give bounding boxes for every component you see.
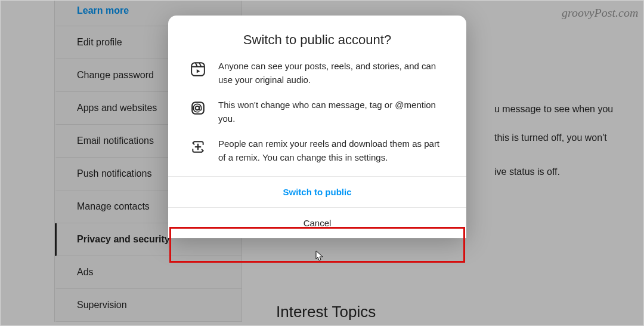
modal-info-1: Anyone can see your posts, reels, and st… (218, 60, 445, 87)
cancel-button[interactable]: Cancel (168, 207, 466, 238)
switch-public-modal: Switch to public account? Anyone can see… (168, 16, 466, 238)
modal-title: Switch to public account? (168, 16, 466, 60)
svg-point-2 (196, 106, 200, 110)
svg-rect-0 (191, 63, 205, 76)
modal-info-2: This won't change who can message, tag o… (218, 99, 445, 125)
remix-icon (190, 139, 206, 155)
mention-icon (190, 100, 206, 116)
reels-icon (190, 61, 206, 78)
switch-to-public-button[interactable]: Switch to public (168, 176, 466, 207)
modal-info-3: People can remix your reels and download… (218, 137, 445, 164)
